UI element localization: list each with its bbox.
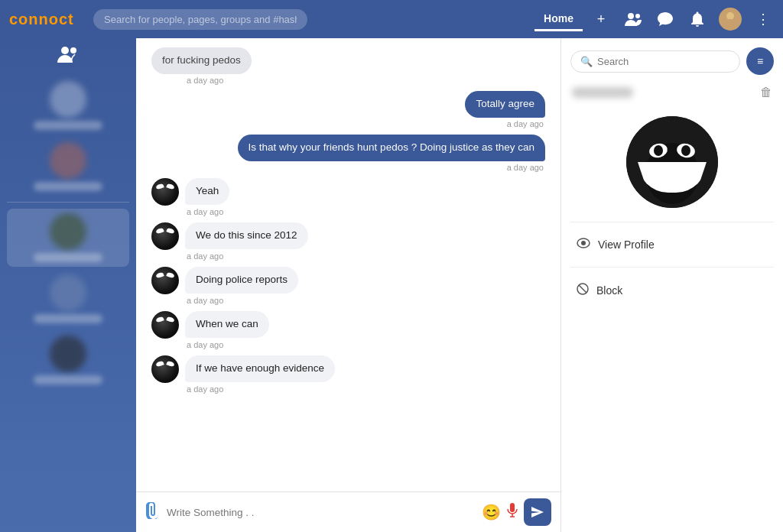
send-button[interactable] (524, 498, 551, 526)
view-profile-label: View Profile (598, 238, 655, 251)
sidebar-name-2 (34, 182, 102, 191)
message-time-1: a day ago (185, 76, 225, 85)
contact-avatar-4 (151, 178, 179, 206)
right-search-row: 🔍 ≡ (570, 47, 774, 75)
svg-point-1 (635, 14, 640, 18)
user-avatar[interactable] (719, 8, 742, 31)
svg-point-12 (654, 145, 663, 156)
sidebar-contact-4[interactable] (7, 270, 129, 328)
right-sidebar: 🔍 ≡ 🗑 (561, 38, 783, 532)
contact-avatar-7 (151, 311, 179, 339)
notifications-nav-icon[interactable] (687, 8, 708, 30)
left-sidebar (0, 38, 136, 532)
sidebar-contact-5[interactable] (7, 331, 129, 389)
svg-point-4 (70, 47, 76, 54)
venom-profile-svg (626, 116, 718, 208)
message-bubble-6: Doing police reports (185, 267, 298, 294)
filter-button[interactable]: ≡ (746, 47, 774, 75)
message-row-2: Totally agree a day ago (151, 91, 545, 128)
sidebar-contact-1[interactable] (7, 76, 129, 135)
message-row-6: Doing police reports a day ago (151, 267, 545, 305)
sidebar-name-4 (34, 314, 102, 323)
global-search-input[interactable] (93, 9, 307, 30)
app-logo: connoct (9, 11, 86, 28)
svg-point-0 (628, 13, 634, 19)
message-bubble-7: When we can (185, 311, 269, 338)
sidebar-contact-3[interactable] (7, 209, 129, 267)
sidebar-name-1 (34, 121, 102, 130)
message-input[interactable] (167, 507, 476, 518)
svg-rect-5 (510, 503, 515, 512)
attach-icon[interactable] (145, 502, 161, 523)
svg-point-2 (726, 12, 734, 20)
contact-username (572, 87, 633, 98)
message-time-4: a day ago (185, 207, 225, 216)
right-divider-1 (570, 222, 774, 222)
chat-input-row: 😊 (136, 491, 560, 532)
more-options-icon[interactable]: ⋮ (752, 8, 774, 30)
block-icon (577, 283, 589, 298)
sidebar-avatar-5 (50, 336, 86, 372)
svg-point-13 (681, 145, 690, 156)
message-row-8: If we have enough evidence a day ago (151, 355, 545, 394)
right-search-input[interactable] (597, 56, 730, 67)
contact-avatar-5 (151, 222, 179, 250)
block-button[interactable]: Block (570, 275, 774, 306)
sidebar-avatar-2 (50, 142, 86, 179)
home-nav-item[interactable]: Home (534, 8, 583, 31)
message-bubble-1: for fucking pedos (151, 47, 252, 74)
right-user-row: 🗑 (570, 83, 774, 102)
message-bubble-5: We do this since 2012 (185, 222, 308, 249)
message-time-7: a day ago (185, 340, 225, 349)
eye-icon (577, 238, 590, 251)
top-navigation: connoct Home + (0, 0, 783, 38)
sidebar-avatar-1 (50, 81, 86, 118)
message-time-3: a day ago (505, 163, 545, 172)
chat-area: for fucking pedos a day ago Totally agre… (136, 38, 561, 532)
message-row-3: Is that why your friends hunt pedos ? Do… (151, 135, 545, 172)
contact-avatar-6 (151, 267, 179, 294)
search-icon: 🔍 (580, 56, 593, 67)
svg-line-22 (579, 285, 586, 293)
svg-point-20 (581, 241, 586, 245)
message-bubble-2: Totally agree (465, 91, 545, 118)
contact-avatar-8 (151, 355, 179, 383)
add-nav-button[interactable]: + (590, 8, 612, 30)
sidebar-name-3 (34, 253, 102, 262)
sidebar-contact-2[interactable] (7, 138, 129, 196)
chat-messages: for fucking pedos a day ago Totally agre… (136, 38, 560, 491)
right-divider-2 (570, 267, 774, 268)
message-time-6: a day ago (185, 296, 225, 305)
sidebar-avatar-3 (50, 213, 86, 250)
message-row-5: We do this since 2012 a day ago (151, 222, 545, 261)
right-search-box: 🔍 (570, 50, 740, 73)
mic-icon[interactable] (507, 503, 518, 522)
message-time-8: a day ago (185, 384, 225, 394)
message-bubble-3: Is that why your friends hunt pedos ? Do… (238, 135, 545, 161)
message-row-1: for fucking pedos a day ago (151, 47, 545, 85)
sidebar-name-5 (34, 375, 102, 384)
message-row-4: Yeah a day ago (151, 178, 545, 216)
message-bubble-4: Yeah (185, 178, 229, 205)
sidebar-avatar-4 (50, 274, 86, 311)
contacts-icon (57, 46, 79, 67)
sidebar-divider (7, 202, 129, 203)
message-time-5: a day ago (185, 251, 225, 261)
svg-point-3 (61, 47, 69, 54)
svg-point-14 (664, 176, 680, 187)
message-row-7: When we can a day ago (151, 311, 545, 349)
messages-nav-icon[interactable] (655, 8, 676, 30)
message-time-2: a day ago (505, 119, 545, 128)
friends-nav-icon[interactable] (622, 8, 644, 30)
message-bubble-8: If we have enough evidence (185, 355, 335, 382)
contact-profile-image (626, 116, 718, 208)
emoji-icon[interactable]: 😊 (482, 503, 501, 521)
view-profile-button[interactable]: View Profile (570, 230, 774, 259)
block-label: Block (596, 284, 622, 297)
delete-icon[interactable]: 🗑 (760, 86, 772, 99)
